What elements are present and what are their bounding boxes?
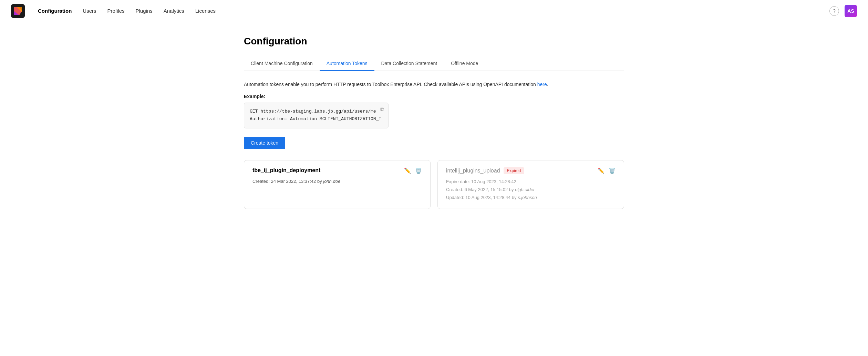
create-token-button[interactable]: Create token xyxy=(244,137,285,149)
delete-icon-2[interactable]: 🗑️ xyxy=(609,167,616,174)
nav-right: ? AS xyxy=(829,5,857,17)
expired-badge-2: Expired xyxy=(504,167,525,174)
help-button[interactable]: ? xyxy=(829,6,839,16)
tab-automation-tokens[interactable]: Automation Tokens xyxy=(320,56,374,71)
app-logo[interactable] xyxy=(11,4,25,18)
tabs: Client Machine Configuration Automation … xyxy=(244,56,624,71)
copy-icon[interactable]: ⧉ xyxy=(380,106,384,113)
nav-link-analytics[interactable]: Analytics xyxy=(159,5,189,17)
nav-link-profiles[interactable]: Profiles xyxy=(103,5,130,17)
card-header-1: tbe_ij_plugin_deployment ✏️ 🗑️ xyxy=(252,167,422,174)
nav-link-plugins[interactable]: Plugins xyxy=(131,5,157,17)
avatar[interactable]: AS xyxy=(845,5,857,17)
code-line-1: GET https://tbe-staging.labs.jb.gg/api/u… xyxy=(250,108,383,115)
edit-icon-1[interactable]: ✏️ xyxy=(404,167,411,174)
card-actions-1: ✏️ 🗑️ xyxy=(404,167,422,174)
card-header-2: intellij_plugins_upload Expired ✏️ 🗑️ xyxy=(446,167,616,174)
card-updated-author-2: s.johnson xyxy=(518,195,537,200)
card-created-author-2: olgh.alder xyxy=(515,187,535,192)
tab-client-machine[interactable]: Client Machine Configuration xyxy=(244,56,320,71)
title-badge-row-1: tbe_ij_plugin_deployment xyxy=(252,167,320,174)
card-author-1: john.doe xyxy=(323,179,340,184)
code-line-2: Authorization: Automation $CLIENT_AUTHOR… xyxy=(250,115,383,123)
token-card-1: tbe_ij_plugin_deployment ✏️ 🗑️ Created: … xyxy=(244,160,431,209)
token-card-2: intellij_plugins_upload Expired ✏️ 🗑️ Ex… xyxy=(437,160,624,209)
card-actions-2: ✏️ 🗑️ xyxy=(598,167,616,174)
tab-offline-mode[interactable]: Offline Mode xyxy=(444,56,485,71)
title-badge-row-2: intellij_plugins_upload Expired xyxy=(446,167,524,174)
main-content: Configuration Client Machine Configurati… xyxy=(227,22,641,223)
example-label: Example: xyxy=(244,94,624,99)
expire-date-line: Expire date: 10 Aug 2023, 14:28:42 xyxy=(446,178,616,186)
delete-icon-1[interactable]: 🗑️ xyxy=(415,167,422,174)
page-title: Configuration xyxy=(244,36,624,47)
nav-links: Configuration Users Profiles Plugins Ana… xyxy=(33,5,829,17)
edit-icon-2[interactable]: ✏️ xyxy=(598,167,604,174)
openapi-link[interactable]: here xyxy=(537,82,547,87)
card-title-2: intellij_plugins_upload xyxy=(446,168,500,174)
nav-bar: Configuration Users Profiles Plugins Ana… xyxy=(0,0,868,22)
nav-link-users[interactable]: Users xyxy=(78,5,101,17)
nav-link-licenses[interactable]: Licenses xyxy=(190,5,220,17)
tab-data-collection[interactable]: Data Collection Statement xyxy=(374,56,444,71)
nav-link-configuration[interactable]: Configuration xyxy=(33,5,76,17)
card-meta-1: Created: 24 Mar 2022, 13:37:42 by john.d… xyxy=(252,177,422,185)
token-cards: tbe_ij_plugin_deployment ✏️ 🗑️ Created: … xyxy=(244,160,624,209)
card-meta-2: Expire date: 10 Aug 2023, 14:28:42 Creat… xyxy=(446,178,616,202)
card-title-1: tbe_ij_plugin_deployment xyxy=(252,167,320,174)
description-text: Automation tokens enable you to perform … xyxy=(244,81,624,88)
code-block: GET https://tbe-staging.labs.jb.gg/api/u… xyxy=(244,103,389,128)
updated-line: Updated: 10 Aug 2023, 14:28:44 by s.john… xyxy=(446,193,616,201)
created-line: Created: 6 May 2022, 15:15:02 by olgh.al… xyxy=(446,186,616,193)
